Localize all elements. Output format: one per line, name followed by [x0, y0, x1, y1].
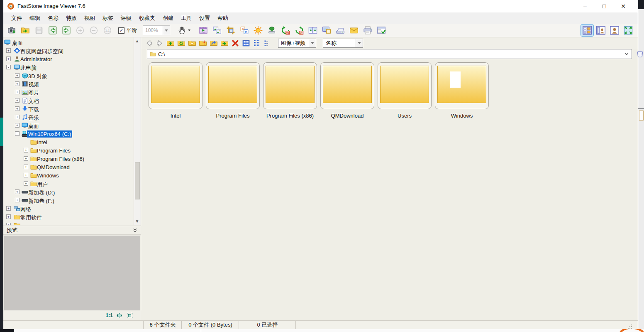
next-file-button[interactable] [61, 25, 72, 36]
menu-item-9[interactable]: 工具 [177, 15, 195, 22]
preview-mode-button[interactable] [595, 25, 607, 36]
actual-size-icon[interactable] [117, 312, 123, 319]
smooth-checkbox[interactable]: ✓ [118, 27, 124, 34]
email-button[interactable] [348, 25, 360, 36]
tree-item-Program Files (x86)[interactable]: +Program Files (x86) [3, 155, 134, 163]
expand-icon[interactable]: + [6, 48, 11, 53]
zoom-out-button[interactable] [88, 25, 100, 36]
expand-icon[interactable]: + [15, 90, 20, 94]
delete-button[interactable] [231, 38, 240, 48]
crop-button[interactable] [225, 25, 237, 36]
rotate-right-button[interactable]: 90 [293, 25, 305, 36]
menu-item-5[interactable]: 标签 [99, 15, 117, 22]
expand-icon[interactable]: + [24, 148, 28, 152]
tree-item-Intel[interactable]: Intel [3, 138, 134, 146]
save-as-button[interactable] [33, 25, 45, 36]
expand-icon[interactable]: + [15, 189, 20, 194]
tree-item-视频[interactable]: +视频 [3, 80, 134, 88]
tree-item-常用软件[interactable]: +常用软件 [3, 213, 134, 221]
tree-scrollbar[interactable]: ▲ ▼ [134, 37, 141, 225]
print-button[interactable] [362, 25, 373, 36]
batch-rename-button[interactable]: AB [239, 25, 250, 36]
expand-icon[interactable]: + [24, 165, 28, 169]
zoom-level-select[interactable]: 100% [143, 25, 170, 35]
menu-item-0[interactable]: 文件 [7, 15, 26, 22]
menu-item-3[interactable]: 特效 [62, 15, 80, 22]
resize-grip[interactable] [628, 325, 632, 329]
tree-item-Program Files[interactable]: +Program Files [3, 146, 134, 155]
thumbnail-view-button[interactable] [242, 38, 251, 48]
tree-item-此电脑[interactable]: -此电脑 [3, 63, 134, 71]
recycle-bin-button[interactable] [635, 49, 644, 59]
settings-button[interactable] [376, 25, 387, 36]
tree-item-文档[interactable]: +文档 [3, 96, 134, 105]
compare-images-button[interactable] [307, 25, 319, 36]
menu-item-7[interactable]: 收藏夹 [135, 15, 159, 22]
path-input[interactable]: C:\ [147, 49, 632, 59]
expand-icon[interactable]: + [6, 214, 11, 219]
tree-item-新加卷 (F:)[interactable]: +新加卷 (F:) [3, 196, 134, 204]
scrollbar-down-arrow[interactable]: ▼ [135, 219, 139, 224]
hand-tool-button[interactable] [176, 25, 192, 36]
menu-item-4[interactable]: 视图 [80, 15, 99, 22]
scrollbar-up-arrow[interactable]: ▲ [135, 39, 139, 43]
expand-icon[interactable]: + [6, 57, 11, 61]
fit-window-icon[interactable] [127, 312, 133, 319]
new-folder-button[interactable] [198, 38, 207, 48]
maximize-button[interactable]: □ [595, 0, 614, 12]
tree-item-QMDownload[interactable]: +QMDownload [3, 163, 134, 171]
open-file-button[interactable] [20, 25, 31, 36]
expand-icon[interactable]: + [24, 173, 28, 177]
folder-thumbnail-QMDownload[interactable]: QMDownload [320, 62, 374, 121]
tree-item-新加卷 (D:)[interactable]: +新加卷 (D:) [3, 188, 134, 196]
collapse-icon[interactable]: - [6, 65, 11, 69]
fullscreen-mode-button[interactable] [622, 25, 634, 36]
menu-item-10[interactable]: 设置 [195, 15, 214, 22]
expand-icon[interactable]: + [6, 206, 11, 211]
tree-item-用户[interactable]: +用户 [3, 180, 134, 188]
smooth-option[interactable]: ✓ 平滑 [118, 27, 137, 34]
file-filter-select[interactable]: 图像+视频 [278, 39, 316, 48]
zoom-in-button[interactable] [74, 25, 86, 36]
menu-item-8[interactable]: 创建 [159, 15, 177, 22]
tree-item-百度网盘同步空间[interactable]: +百度网盘同步空间 [3, 47, 134, 55]
tree-item-3D 对象[interactable]: +3D 对象 [3, 71, 134, 80]
preview-panel-header[interactable]: 预览 [3, 226, 141, 235]
folder-thumbnail-Windows[interactable]: Windows [435, 62, 489, 121]
actual-size-button[interactable]: 1:1 [102, 25, 113, 36]
collapse-preview-icon[interactable] [132, 228, 138, 233]
back-button[interactable] [144, 38, 154, 48]
rotate-left-button[interactable]: 90 [280, 25, 291, 36]
menu-item-1[interactable]: 编辑 [26, 15, 44, 22]
expand-icon[interactable]: + [15, 98, 20, 103]
up-folder-button[interactable] [166, 38, 175, 48]
refresh-folder-button[interactable] [177, 38, 186, 48]
tree-item-桌面[interactable]: +桌面 [3, 121, 134, 130]
folder-thumbnail-Users[interactable]: Users [378, 62, 432, 121]
tree-item-桌面[interactable]: 桌面 [3, 38, 134, 47]
tree-item-Win10Prox64 (C:)[interactable]: -Win10Prox64 (C:) [3, 130, 134, 138]
address-dropdown-chevron[interactable] [624, 52, 629, 57]
tree-item-Administrator[interactable]: +Administrator [3, 55, 134, 63]
menu-item-11[interactable]: 帮助 [214, 15, 232, 22]
favorites-folder-button[interactable] [188, 38, 197, 48]
sort-dropdown-button[interactable] [356, 39, 363, 47]
clone-stamp-button[interactable] [266, 25, 278, 36]
previous-file-button[interactable] [47, 25, 59, 36]
tree-item-Windows[interactable]: +Windows [3, 171, 134, 180]
copy-to-folder-button[interactable] [209, 38, 218, 48]
expand-icon[interactable]: + [15, 115, 20, 119]
close-button[interactable]: ✕ [614, 0, 633, 12]
move-to-folder-button[interactable] [220, 38, 229, 48]
acquire-photos-button[interactable] [6, 25, 17, 36]
expand-icon[interactable]: + [24, 181, 28, 186]
folder-thumbnail-Program Files (x86)[interactable]: Program Files (x86) [263, 62, 317, 121]
zoom-dropdown-button[interactable] [163, 26, 170, 35]
expand-icon[interactable]: + [15, 81, 20, 86]
folder-thumbnail-Intel[interactable]: Intel [149, 62, 202, 121]
hand-dropdown-caret[interactable] [188, 30, 190, 31]
adjust-lighting-button[interactable] [252, 25, 264, 36]
forward-button[interactable] [155, 38, 164, 48]
expand-icon[interactable]: + [6, 223, 11, 225]
expand-icon[interactable]: + [15, 106, 20, 111]
